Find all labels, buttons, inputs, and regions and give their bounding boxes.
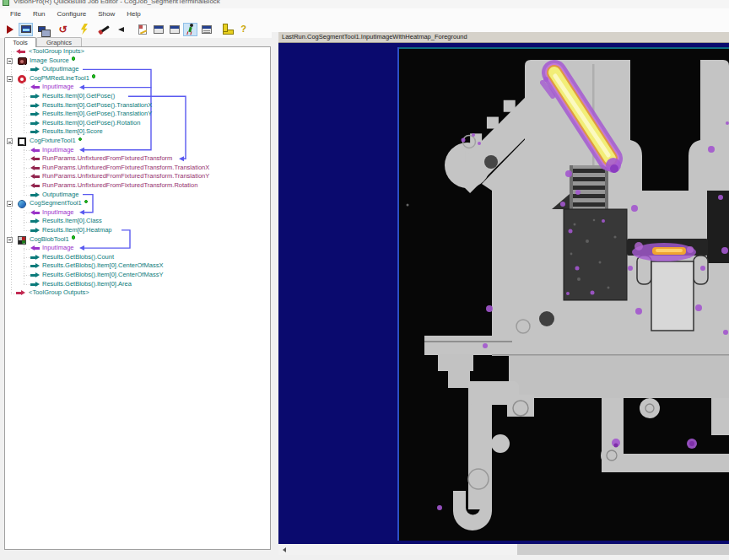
tree-row[interactable]: Results.Item[0].GetPose().Rotation — [5, 119, 270, 128]
help-button[interactable]: ? — [236, 23, 251, 36]
app-icon — [3, 0, 9, 6]
input-arrow-icon — [30, 148, 40, 153]
image-window-1-button[interactable] — [151, 23, 165, 36]
tree-row[interactable]: Results.Item[0].GetPose() — [5, 92, 270, 101]
tree-row-label: CogSegmentTool1 — [30, 199, 88, 208]
output-arrow-icon — [30, 67, 40, 73]
menu-configure[interactable]: Configure — [51, 9, 93, 19]
scrollbar-thumb[interactable] — [517, 544, 729, 555]
tree-row-label: Image Source — [30, 57, 75, 66]
trigger-button[interactable] — [77, 23, 91, 36]
menu-show[interactable]: Show — [92, 9, 121, 19]
tree-row-label: RunParams.UnfixturedFromFixturedTransfor… — [42, 154, 172, 164]
tree-row[interactable]: Results.Item[0].Score — [5, 127, 270, 137]
tree-row[interactable]: Results.GetBlobs().Count — [5, 253, 270, 262]
tree-row[interactable]: Results.Item[0].Heatmap — [5, 226, 270, 235]
tree-row[interactable]: CogSegmentTool1 — [5, 199, 270, 208]
tree-row[interactable]: RunParams.UnfixturedFromFixturedTransfor… — [5, 181, 270, 191]
tree-row-label: Results.GetBlobs().Item[0].Area — [42, 280, 132, 289]
tree-row-label: InputImage — [42, 146, 74, 155]
fixture-tool-icon — [18, 137, 26, 146]
bolt-icon — [80, 24, 88, 35]
tree-row-label: RunParams.UnfixturedFromFixturedTransfor… — [42, 164, 209, 173]
paintbrush-button[interactable] — [98, 23, 112, 36]
tree-guide-line — [24, 123, 30, 124]
tree-guide-line — [24, 222, 30, 223]
tree-row[interactable]: CogPMRedLineTool1 — [5, 74, 270, 83]
image-window-2-button[interactable] — [167, 23, 181, 36]
output-arrow-icon — [30, 129, 40, 135]
tree-row[interactable]: InputImage — [5, 146, 270, 155]
tree-guide-line — [24, 88, 30, 89]
tab-tools[interactable]: Tools — [4, 37, 36, 47]
tree-guide-line — [24, 64, 24, 70]
tree-row[interactable]: Results.GetBlobs().Item[0].Area — [5, 280, 270, 289]
tree-row-label: InputImage — [42, 208, 74, 218]
profiler-button[interactable] — [220, 23, 235, 36]
tree-row[interactable]: OutputImage — [5, 65, 270, 74]
output-arrow-icon — [30, 111, 40, 117]
tree-row[interactable]: RunParams.UnfixturedFromFixturedTransfor… — [5, 154, 270, 164]
live-icon — [21, 25, 31, 33]
input-arrow-icon — [30, 84, 40, 90]
tree-row-label: Results.Item[0].GetPose().Rotation — [42, 119, 140, 128]
help-icon: ? — [240, 24, 246, 34]
pointer-button[interactable] — [114, 23, 128, 36]
tree-row[interactable]: InputImage — [5, 244, 270, 253]
scroll-left-button[interactable] — [278, 544, 289, 555]
panel-splitter[interactable] — [272, 32, 278, 555]
output-arrow-icon — [30, 103, 40, 109]
horizontal-scrollbar[interactable] — [278, 544, 729, 555]
tree-row[interactable]: Results.GetBlobs().Item[0].CenterOfMassX — [5, 261, 270, 271]
image-display-area[interactable] — [278, 43, 729, 544]
tree-row-label: RunParams.UnfixturedFromFixturedTransfor… — [42, 181, 197, 191]
tree-guide-line — [24, 132, 30, 133]
menu-help[interactable]: Help — [121, 9, 146, 19]
live-display-all-button[interactable] — [35, 23, 49, 36]
tree-row-label: Results.Item[0].GetPose().TranslationY — [42, 110, 152, 119]
tree-guide-line — [24, 177, 30, 178]
tree-guide-line — [24, 195, 30, 196]
live2-icon — [38, 26, 46, 32]
menu-file[interactable]: File — [4, 9, 27, 19]
tree-row[interactable]: Results.GetBlobs().Item[0].CenterOfMassY — [5, 271, 270, 280]
tree-row-label: CogFixtureTool1 — [30, 137, 82, 146]
input-arrow-icon — [30, 210, 40, 216]
run-job-button[interactable] — [3, 23, 17, 36]
tree-row[interactable]: RunParams.UnfixturedFromFixturedTransfor… — [5, 172, 270, 181]
tree-row[interactable]: RunParams.UnfixturedFromFixturedTransfor… — [5, 164, 270, 173]
window-layout-button[interactable] — [199, 23, 213, 36]
runner-icon — [186, 24, 196, 35]
input-arrow-icon — [30, 183, 40, 189]
tree-row[interactable]: <ToolGroup Outputs> — [5, 288, 270, 298]
status-dot — [72, 57, 76, 61]
live-display-button[interactable] — [19, 23, 33, 36]
tree-guide-line — [24, 284, 30, 285]
tree-row[interactable]: Results.Item[0].Class — [5, 217, 270, 226]
output-arrow-icon — [30, 255, 40, 261]
tree-row[interactable]: InputImage — [5, 83, 270, 92]
job-run-mode-button[interactable] — [183, 23, 197, 36]
menu-run[interactable]: Run — [27, 9, 51, 19]
tree-guide-line — [24, 275, 30, 276]
image-view-title: LastRun.CogSegmentTool1.InputImageWithHe… — [282, 33, 467, 40]
reset-button[interactable]: ↺ — [56, 23, 70, 36]
input-arrow-icon — [30, 174, 40, 180]
tree-row[interactable]: Results.Item[0].GetPose().TranslationX — [5, 101, 270, 110]
tree-row[interactable]: CogBlobTool1 — [5, 235, 270, 245]
tree-row[interactable]: CogFixtureTool1 — [5, 137, 270, 146]
output-arrow-icon — [30, 272, 40, 278]
tree-row[interactable]: Results.Item[0].GetPose().TranslationY — [5, 110, 270, 119]
job-document-button[interactable] — [135, 23, 149, 36]
tree-row[interactable]: InputImage — [5, 208, 270, 218]
brush-icon — [100, 25, 110, 33]
tree-row[interactable]: <ToolGroup Inputs> — [5, 47, 270, 57]
tree-row[interactable]: Image Source — [5, 57, 270, 66]
status-dot — [78, 137, 83, 142]
pointer-icon — [118, 27, 124, 32]
tree-guide-line — [24, 213, 30, 213]
tree-row[interactable]: OutputImage — [5, 191, 270, 200]
tree-guide-line — [11, 293, 16, 294]
tree-row-label: <ToolGroup Inputs> — [29, 47, 84, 57]
output-arrow-icon — [30, 228, 40, 234]
